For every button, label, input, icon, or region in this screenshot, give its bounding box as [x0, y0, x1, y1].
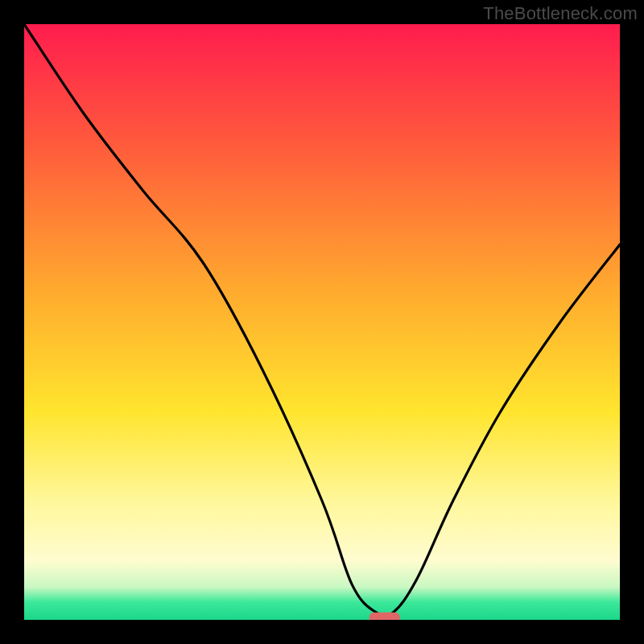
chart-stage: TheBottleneck.com: [0, 0, 644, 644]
gradient-rect: [24, 24, 620, 620]
watermark-text: TheBottleneck.com: [483, 3, 638, 24]
gradient-background: [24, 24, 620, 620]
plot-area: [24, 24, 620, 620]
